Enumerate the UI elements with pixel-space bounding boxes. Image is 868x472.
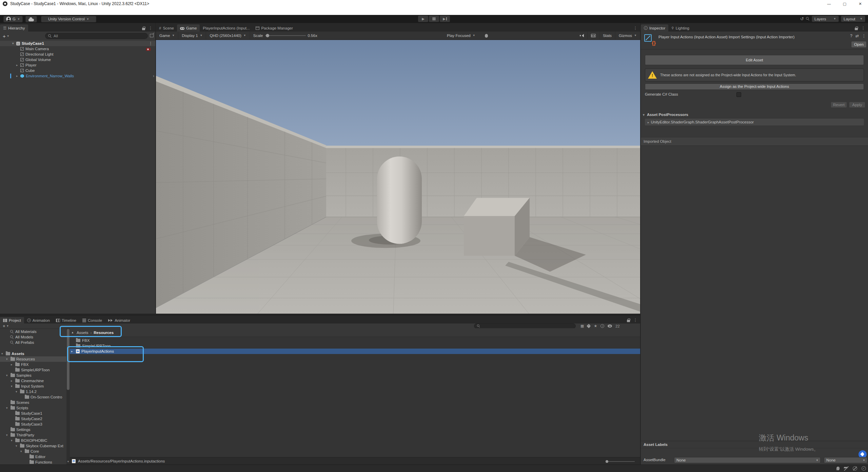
folder-tree-item[interactable]: ▾ Resources bbox=[0, 356, 66, 362]
undo-history-icon[interactable]: ↺ bbox=[800, 16, 804, 21]
scroll-down-icon[interactable]: ▼ bbox=[67, 460, 70, 463]
search-icon[interactable] bbox=[806, 17, 810, 21]
tree-scrollbar[interactable]: ▼ bbox=[66, 328, 70, 465]
foldout-arrow-icon[interactable]: ▾ bbox=[6, 373, 11, 378]
hierarchy-item[interactable]: Global Volume › bbox=[0, 57, 155, 62]
hierarchy-item[interactable]: Main Camera › bbox=[0, 46, 155, 52]
folder-tree-item[interactable]: ▸ FBX bbox=[0, 362, 66, 367]
project-search-input[interactable] bbox=[474, 323, 576, 329]
favorite-search-item[interactable]: All Materials bbox=[0, 329, 66, 334]
folder-tree-item[interactable]: ▾ Samples bbox=[0, 373, 66, 378]
help-icon[interactable]: ? bbox=[850, 34, 852, 38]
folder-tree-item[interactable]: Settings bbox=[0, 427, 66, 432]
foldout-arrow-icon[interactable]: ▾ bbox=[6, 405, 11, 411]
generate-csharp-checkbox[interactable] bbox=[736, 92, 741, 97]
favorite-search-item[interactable]: All Models bbox=[0, 334, 66, 340]
debug-icon[interactable] bbox=[485, 34, 488, 38]
thumbnail-size-slider[interactable] bbox=[608, 461, 635, 462]
game-area-tab[interactable]: Package Manager bbox=[253, 24, 296, 32]
game-mode-dropdown[interactable]: Game▼ bbox=[156, 32, 178, 39]
play-focused-dropdown[interactable]: Play Focused▼ bbox=[443, 32, 479, 39]
step-button[interactable]: ▶ bbox=[440, 16, 450, 22]
tab-hierarchy[interactable]: ☰Hierarchy bbox=[0, 24, 28, 32]
folder-tree-item[interactable]: ▾ Scripts bbox=[0, 405, 66, 411]
create-button[interactable]: + bbox=[0, 33, 7, 39]
hierarchy-item[interactable]: Directional Light › bbox=[0, 52, 155, 57]
postprocessor-row[interactable]: ▸UnityEditor.ShaderGraph.ShaderGraphAsse… bbox=[645, 119, 864, 125]
folder-tree-item[interactable]: ▾ Assets bbox=[0, 351, 66, 356]
foldout-arrow-icon[interactable]: ▾ bbox=[16, 389, 20, 394]
create-button[interactable]: + bbox=[0, 323, 6, 329]
foldout-arrow-icon[interactable]: ▾ bbox=[6, 432, 11, 438]
kebab-menu-icon[interactable]: ⋮ bbox=[149, 41, 153, 46]
chevron-down-icon[interactable]: ▼ bbox=[7, 35, 9, 38]
play-button[interactable]: ▶ bbox=[418, 16, 428, 22]
folder-tree-item[interactable]: StudyCase1 bbox=[0, 411, 66, 416]
vsync-button[interactable] bbox=[588, 32, 599, 39]
cloud-button[interactable] bbox=[25, 16, 37, 22]
breadcrumb-root[interactable]: Assets bbox=[77, 331, 88, 335]
kebab-menu-icon[interactable]: ⋮ bbox=[149, 26, 153, 31]
foldout-arrow-icon[interactable]: ▸ bbox=[71, 349, 76, 354]
game-viewport[interactable] bbox=[156, 40, 640, 314]
folder-tree-item[interactable]: ▾ Skybox Cubemap Ext bbox=[0, 443, 66, 449]
folder-tree-item[interactable]: ▾ BOXOPHOBIC bbox=[0, 438, 66, 443]
hierarchy-scene-root[interactable]: ▾ StudyCase1 ⋮ bbox=[0, 41, 155, 46]
hierarchy-search-input[interactable]: All bbox=[45, 33, 148, 39]
lock-icon[interactable] bbox=[627, 320, 630, 322]
lock-icon[interactable] bbox=[855, 28, 858, 30]
file-row[interactable]: ▸ PlayerInputActions bbox=[70, 349, 640, 354]
foldout-arrow-icon[interactable]: ▾ bbox=[11, 383, 15, 389]
bottom-area-tab[interactable]: Animation bbox=[24, 317, 53, 323]
tab-inspector[interactable]: i Inspector bbox=[641, 24, 668, 32]
cache-server-disabled-icon[interactable] bbox=[844, 467, 848, 471]
hierarchy-item[interactable]: ▸ Player › bbox=[0, 62, 155, 68]
collapse-pane-icon[interactable]: ▲ bbox=[70, 331, 77, 334]
kebab-menu-icon[interactable]: ⋮ bbox=[633, 318, 637, 322]
asset-postprocessors-header[interactable]: ▼Asset PostProcessors bbox=[642, 113, 688, 117]
bottom-area-tab[interactable]: Timeline bbox=[53, 317, 79, 323]
folder-tree-item[interactable]: ▾ Input System bbox=[0, 383, 66, 389]
assign-project-wide-button[interactable]: Assign as the Project-wide Input Actions bbox=[645, 83, 864, 90]
folder-tree-item[interactable]: ▾ 1.14.2 bbox=[0, 389, 66, 394]
layout-dropdown[interactable]: Layout ▼ bbox=[841, 16, 865, 22]
layers-dropdown[interactable]: Layers ▼ bbox=[812, 16, 839, 22]
folder-tree-item[interactable]: Scenes bbox=[0, 400, 66, 405]
search-by-label-icon[interactable] bbox=[587, 324, 591, 328]
mute-audio-button[interactable] bbox=[576, 32, 588, 39]
foldout-arrow-icon[interactable]: ▸ bbox=[16, 62, 20, 68]
kebab-menu-icon[interactable]: ⋮ bbox=[862, 34, 866, 38]
edit-asset-button[interactable]: Edit Asset bbox=[645, 55, 864, 65]
saved-search-star-icon[interactable]: ★ bbox=[594, 324, 597, 328]
file-row[interactable]: SimpleURPToon bbox=[70, 343, 640, 349]
minimize-button[interactable]: — bbox=[821, 0, 837, 7]
prefab-chevron-icon[interactable]: › bbox=[153, 73, 154, 79]
pause-button[interactable] bbox=[429, 16, 439, 22]
foldout-arrow-icon[interactable]: ▾ bbox=[12, 41, 16, 46]
pane-options-icon[interactable] bbox=[150, 34, 154, 37]
folder-tree-item[interactable]: ▸ Cinemachine bbox=[0, 378, 66, 383]
bottom-area-tab[interactable]: Project bbox=[0, 317, 24, 323]
display-dropdown[interactable]: Display 1▼ bbox=[178, 32, 206, 39]
kebab-menu-icon[interactable]: ⋮ bbox=[861, 26, 865, 31]
foldout-arrow-icon[interactable]: ▾ bbox=[11, 438, 15, 443]
favorite-search-item[interactable]: All Prefabs bbox=[0, 340, 66, 345]
breadcrumb-current[interactable]: Resources bbox=[94, 331, 114, 335]
revert-button[interactable]: Revert bbox=[831, 102, 847, 108]
info-icon[interactable]: i bbox=[600, 324, 604, 328]
auto-refresh-disabled-icon[interactable] bbox=[853, 466, 857, 471]
folder-tree-item[interactable]: Editor bbox=[0, 454, 66, 459]
open-asset-button[interactable]: Open bbox=[851, 41, 867, 48]
account-button[interactable]: G ▼ bbox=[3, 16, 23, 22]
bottom-area-tab[interactable]: Console bbox=[79, 317, 105, 323]
apply-button[interactable]: Apply bbox=[849, 102, 865, 108]
hierarchy-item[interactable]: Cube › bbox=[0, 68, 155, 73]
game-area-tab[interactable]: PlayerInputActions (Input... bbox=[200, 24, 253, 32]
foldout-arrow-icon[interactable]: ▾ bbox=[6, 356, 11, 362]
lock-icon[interactable] bbox=[142, 28, 145, 30]
game-area-tab[interactable]: # Scene bbox=[156, 24, 177, 32]
foldout-arrow-icon[interactable]: ▸ bbox=[11, 362, 15, 367]
debugger-disabled-icon[interactable] bbox=[836, 467, 840, 470]
foldout-arrow-icon[interactable]: ▸ bbox=[16, 73, 20, 79]
stats-button[interactable]: Stats bbox=[599, 32, 615, 39]
